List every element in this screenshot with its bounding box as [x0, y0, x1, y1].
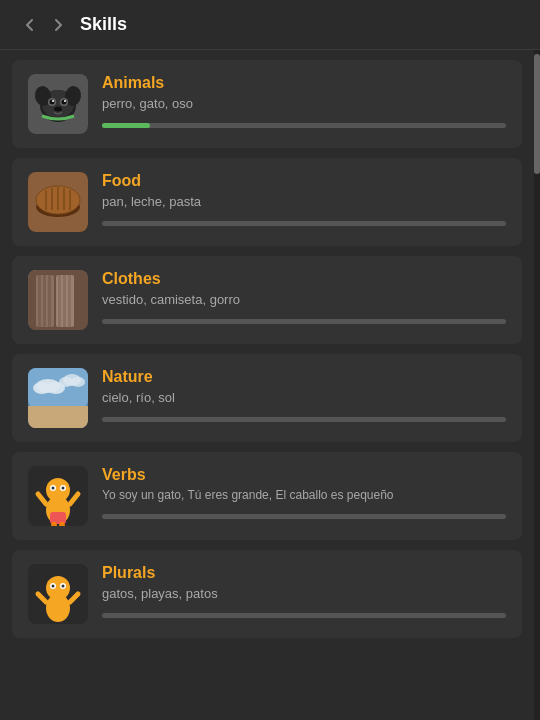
- card-info-nature: Nature cielo, río, sol: [102, 368, 506, 422]
- svg-point-58: [62, 585, 65, 588]
- card-clothes[interactable]: Clothes vestido, camiseta, gorro: [12, 256, 522, 344]
- progress-container-verbs: [102, 514, 506, 519]
- card-subtitle-animals: perro, gato, oso: [102, 96, 506, 111]
- svg-point-38: [59, 377, 73, 387]
- progress-bar-animals: [102, 123, 150, 128]
- svg-rect-24: [43, 275, 46, 327]
- svg-point-11: [54, 107, 62, 112]
- card-animals[interactable]: Animals perro, gato, oso: [12, 60, 522, 148]
- svg-rect-23: [38, 275, 41, 327]
- progress-container-plurals: [102, 613, 506, 618]
- progress-container-nature: [102, 417, 506, 422]
- card-image-animals: [28, 74, 88, 134]
- svg-point-39: [71, 377, 85, 387]
- card-subtitle-nature: cielo, río, sol: [102, 390, 506, 405]
- svg-point-8: [62, 100, 67, 105]
- back-button[interactable]: [16, 17, 44, 33]
- page-title: Skills: [80, 14, 127, 35]
- main-content-area: Animals perro, gato, oso: [0, 50, 540, 720]
- svg-rect-33: [28, 424, 88, 428]
- card-image-nature: [28, 368, 88, 428]
- svg-point-10: [64, 100, 66, 102]
- card-title-plurals: Plurals: [102, 564, 506, 582]
- card-food[interactable]: Food pan, leche, pasta: [12, 158, 522, 246]
- skills-list: Animals perro, gato, oso: [0, 50, 534, 720]
- card-top-animals: Animals perro, gato, oso: [28, 74, 506, 134]
- svg-rect-49: [50, 512, 66, 524]
- card-subtitle-verbs: Yo soy un gato, Tú eres grande, El cabal…: [102, 488, 506, 502]
- card-top-food: Food pan, leche, pasta: [28, 172, 506, 232]
- card-info-clothes: Clothes vestido, camiseta, gorro: [102, 270, 506, 324]
- svg-rect-29: [68, 275, 71, 327]
- card-top-clothes: Clothes vestido, camiseta, gorro: [28, 270, 506, 330]
- card-nature[interactable]: Nature cielo, río, sol: [12, 354, 522, 442]
- svg-rect-25: [48, 275, 51, 327]
- svg-point-42: [46, 478, 70, 502]
- svg-point-9: [52, 100, 54, 102]
- card-plurals[interactable]: Plurals gatos, playas, patos: [12, 550, 522, 638]
- card-info-verbs: Verbs Yo soy un gato, Tú eres grande, El…: [102, 466, 506, 519]
- card-top-plurals: Plurals gatos, playas, patos: [28, 564, 506, 624]
- svg-rect-27: [58, 275, 61, 327]
- svg-point-45: [52, 487, 55, 490]
- scrollbar-thumb[interactable]: [534, 54, 540, 174]
- app-header: Skills: [0, 0, 540, 50]
- card-image-food: [28, 172, 88, 232]
- card-top-nature: Nature cielo, río, sol: [28, 368, 506, 428]
- progress-container-food: [102, 221, 506, 226]
- card-info-plurals: Plurals gatos, playas, patos: [102, 564, 506, 618]
- card-image-plurals: [28, 564, 88, 624]
- scrollbar-track[interactable]: [534, 50, 540, 720]
- card-image-verbs: [28, 466, 88, 526]
- card-title-nature: Nature: [102, 368, 506, 386]
- svg-point-46: [62, 487, 65, 490]
- progress-container-animals: [102, 123, 506, 128]
- card-subtitle-clothes: vestido, camiseta, gorro: [102, 292, 506, 307]
- forward-button[interactable]: [44, 17, 72, 33]
- card-top-verbs: Verbs Yo soy un gato, Tú eres grande, El…: [28, 466, 506, 526]
- card-title-verbs: Verbs: [102, 466, 506, 484]
- svg-point-54: [46, 576, 70, 600]
- card-info-food: Food pan, leche, pasta: [102, 172, 506, 226]
- svg-point-7: [50, 100, 55, 105]
- card-info-animals: Animals perro, gato, oso: [102, 74, 506, 128]
- card-title-food: Food: [102, 172, 506, 190]
- svg-point-57: [52, 585, 55, 588]
- svg-rect-28: [63, 275, 66, 327]
- card-subtitle-food: pan, leche, pasta: [102, 194, 506, 209]
- card-image-clothes: [28, 270, 88, 330]
- card-verbs[interactable]: Verbs Yo soy un gato, Tú eres grande, El…: [12, 452, 522, 540]
- card-title-animals: Animals: [102, 74, 506, 92]
- progress-container-clothes: [102, 319, 506, 324]
- card-subtitle-plurals: gatos, playas, patos: [102, 586, 506, 601]
- card-title-clothes: Clothes: [102, 270, 506, 288]
